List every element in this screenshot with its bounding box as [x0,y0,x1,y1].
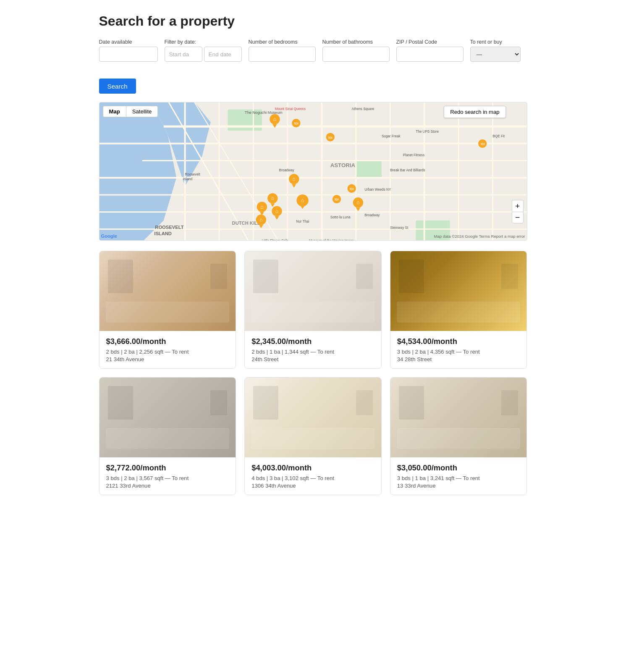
listing-image [100,378,236,457]
zip-group: ZIP / Postal Code [396,39,464,62]
svg-text:🍽: 🍽 [294,121,298,126]
filters-bar: Date available Filter by date: Number of… [99,39,527,62]
listing-details: 4 bds | 3 ba | 3,102 sqft — To rent [251,475,375,481]
google-logo: Google [101,234,118,239]
svg-text:Urban Weeds NY: Urban Weeds NY [364,188,391,192]
svg-text:⌂: ⌂ [301,197,304,203]
svg-text:ASTORIA: ASTORIA [330,162,355,168]
map-tab-satellite[interactable]: Satellite [126,106,158,117]
listing-card[interactable]: $2,345.00/month2 bds | 1 ba | 1,344 sqft… [244,251,382,369]
listing-details: 3 bds | 2 ba | 3,567 sqft — To rent [106,475,229,481]
page-title: Search for a property [99,13,527,29]
listing-address: 21 34th Avenue [106,356,229,362]
bedrooms-group: Number of bedrooms [249,39,316,62]
listing-price: $2,345.00/month [251,337,375,346]
svg-text:⌂: ⌂ [356,200,359,205]
listing-address: 2121 33rd Avenue [106,483,229,489]
svg-text:🍽: 🍽 [350,187,354,191]
filter-by-date-group: Filter by date: [165,39,242,62]
svg-text:⌂: ⌂ [259,217,262,223]
svg-text:⌂: ⌂ [260,204,263,210]
svg-text:Planet Fitness: Planet Fitness [403,153,424,157]
listing-info: $4,534.00/month3 bds | 2 ba | 4,356 sqft… [390,331,527,368]
map-background: ROOSEVELT ISLAND DUTCH KILLS ASTORIA The… [100,102,527,240]
svg-text:Broadway: Broadway [364,213,380,217]
svg-text:Roosevelt: Roosevelt [185,173,200,176]
listing-card[interactable]: $4,003.00/month4 bds | 3 ba | 3,102 sqft… [244,377,382,495]
listing-card[interactable]: $3,666.00/month2 bds | 2 ba | 2,256 sqft… [99,251,236,369]
svg-text:ROOSEVELT: ROOSEVELT [155,225,183,230]
svg-rect-4 [356,161,381,178]
zoom-in-button[interactable]: + [512,200,524,212]
listing-price: $3,050.00/month [397,463,520,472]
svg-text:Mount Sinai Queens: Mount Sinai Queens [275,107,306,111]
listing-image [100,251,236,331]
svg-text:⌂: ⌂ [273,116,276,122]
listing-info: $2,772.00/month3 bds | 2 ba | 3,567 sqft… [100,457,236,495]
search-button[interactable]: Search [99,79,136,94]
map-tab-map[interactable]: Map [103,106,126,117]
svg-text:BQE Fit: BQE Fit [492,134,505,138]
svg-text:🍽: 🍽 [480,142,485,146]
listing-address: 13 33rd Avenue [397,483,520,489]
map-zoom-controls: + − [512,200,524,223]
listing-price: $4,003.00/month [251,463,375,472]
listing-address: 24th Street [251,356,375,362]
map-svg: ROOSEVELT ISLAND DUTCH KILLS ASTORIA The… [100,102,527,240]
bathrooms-group: Number of bathrooms [322,39,390,62]
listing-card[interactable]: $4,534.00/month3 bds | 2 ba | 4,356 sqft… [390,251,527,369]
listing-card[interactable]: $3,050.00/month3 bds | 1 ba | 3,241 sqft… [390,377,527,495]
svg-text:The UPS Store: The UPS Store [416,130,439,134]
svg-text:Athens Square: Athens Square [351,107,374,111]
map-watermark: Google [101,234,118,239]
listings-grid: $3,666.00/month2 bds | 2 ba | 2,256 sqft… [99,251,527,495]
date-available-label: Date available [99,39,158,45]
zip-label: ZIP / Postal Code [396,39,464,45]
listing-price: $3,666.00/month [106,337,229,346]
redo-search-button[interactable]: Redo search in map [444,106,506,118]
listing-image [390,378,527,457]
zoom-out-button[interactable]: − [512,212,524,223]
zip-input[interactable] [396,47,464,62]
listing-details: 2 bds | 2 ba | 2,256 sqft — To rent [106,349,229,355]
svg-text:Island: Island [183,177,192,181]
listing-card[interactable]: $2,772.00/month3 bds | 2 ba | 3,567 sqft… [99,377,236,495]
map-tabs: Map Satellite [103,106,158,117]
svg-text:🍽: 🍽 [335,197,339,202]
svg-text:Museum of the Moving Image: Museum of the Moving Image [309,239,354,240]
listing-image [390,251,527,331]
rent-buy-select[interactable]: — To rent To buy [470,47,521,62]
svg-text:⌂: ⌂ [292,176,295,182]
listing-image [245,251,381,331]
svg-text:Sugar Freak: Sugar Freak [381,134,401,138]
listing-info: $3,050.00/month3 bds | 1 ba | 3,241 sqft… [390,457,527,495]
date-available-group: Date available [99,39,158,62]
svg-text:Broadway: Broadway [279,168,294,172]
rent-buy-group: To rent or buy — To rent To buy [470,39,521,62]
listing-price: $2,772.00/month [106,463,229,472]
listing-address: 34 28th Street [397,356,520,362]
listing-address: 1306 34th Avenue [251,483,375,489]
filter-by-date-label: Filter by date: [165,39,242,45]
start-date-input[interactable] [165,47,202,62]
listing-details: 3 bds | 2 ba | 4,356 sqft — To rent [397,349,520,355]
listing-info: $2,345.00/month2 bds | 1 ba | 1,344 sqft… [245,331,381,368]
svg-text:⌂: ⌂ [275,208,278,214]
svg-text:🍽: 🍽 [328,136,333,140]
listing-info: $4,003.00/month4 bds | 3 ba | 3,102 sqft… [245,457,381,495]
end-date-input[interactable] [204,47,242,62]
map-container: ROOSEVELT ISLAND DUTCH KILLS ASTORIA The… [99,102,527,241]
svg-text:⌂: ⌂ [271,195,274,201]
date-range-inputs [165,47,242,62]
svg-text:Little Flower Cafe: Little Flower Cafe [262,239,288,240]
bathrooms-label: Number of bathrooms [322,39,390,45]
date-available-input[interactable] [99,47,158,62]
bedrooms-label: Number of bedrooms [249,39,316,45]
map-attribution: Map data ©2024 Google Terms Report a map… [434,234,525,239]
bathrooms-input[interactable] [322,47,390,62]
svg-text:Nur Thai: Nur Thai [296,220,309,223]
listing-info: $3,666.00/month2 bds | 2 ba | 2,256 sqft… [100,331,236,368]
svg-text:ISLAND: ISLAND [154,231,172,236]
listing-image [245,378,381,457]
bedrooms-input[interactable] [249,47,316,62]
